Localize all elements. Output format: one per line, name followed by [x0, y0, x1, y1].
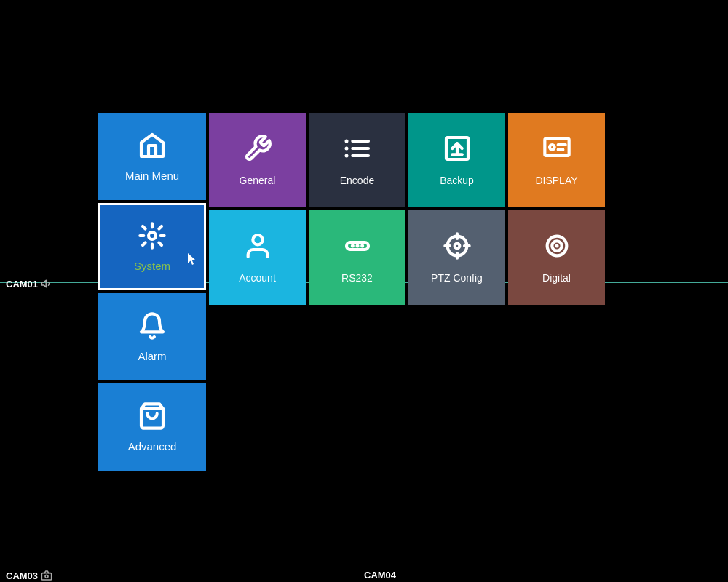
digital-icon [542, 231, 571, 265]
sidebar-item-main-menu[interactable]: Main Menu [98, 113, 206, 200]
grid-item-rs232[interactable]: RS232 [309, 210, 405, 305]
sidebar-item-system[interactable]: System [98, 203, 206, 290]
svg-point-9 [344, 154, 348, 158]
grid-item-backup[interactable]: Backup [408, 113, 505, 207]
grid-panel: General Encode [209, 113, 605, 471]
grid-item-encode-label: Encode [340, 175, 374, 186]
grid-item-digital-label: Digital [542, 272, 571, 284]
sidebar-item-main-menu-label: Main Menu [125, 170, 179, 182]
svg-point-8 [344, 147, 348, 151]
grid-item-account[interactable]: Account [209, 210, 306, 305]
svg-point-21 [360, 244, 364, 248]
grid-item-general[interactable]: General [209, 113, 306, 207]
grid-item-rs232-label: RS232 [341, 272, 373, 284]
wrench-icon [243, 134, 272, 167]
grid-item-ptz-config[interactable]: PTZ Config [408, 210, 505, 305]
cam01-label: CAM01 [6, 278, 52, 290]
camera-icon [41, 570, 52, 581]
svg-rect-0 [41, 573, 51, 580]
grid-item-display[interactable]: DISPLAY [508, 113, 605, 207]
svg-point-17 [253, 235, 262, 244]
cam04-label: CAM04 [364, 570, 396, 581]
grid-item-display-label: DISPLAY [535, 175, 577, 186]
grid-item-general-label: General [240, 175, 276, 186]
svg-point-14 [550, 145, 555, 150]
speaker-icon [41, 278, 52, 290]
sidebar: Main Menu System Alarm [98, 113, 206, 471]
sidebar-item-system-label: System [134, 260, 170, 272]
grid-item-backup-label: Backup [440, 175, 474, 186]
sidebar-item-alarm[interactable]: Alarm [98, 293, 206, 380]
home-icon [138, 131, 167, 164]
menu-overlay: Main Menu System Alarm [98, 113, 605, 471]
upload-icon [443, 134, 472, 167]
list-icon [343, 134, 372, 167]
grid-item-ptz-config-label: PTZ Config [431, 272, 483, 284]
display-icon [542, 134, 571, 167]
svg-point-1 [45, 575, 48, 578]
bag-icon [138, 402, 167, 434]
person-icon [243, 231, 272, 265]
svg-point-19 [350, 244, 354, 248]
rs232-icon [343, 231, 372, 265]
cam03-label: CAM03 [6, 570, 52, 581]
ptz-icon [443, 231, 472, 265]
sidebar-item-advanced[interactable]: Advanced [98, 383, 206, 471]
svg-point-7 [344, 140, 348, 143]
bell-icon [138, 311, 167, 344]
grid-item-encode[interactable]: Encode [309, 113, 405, 207]
svg-point-23 [454, 244, 459, 249]
grid-item-account-label: Account [239, 272, 276, 284]
gear-icon [138, 221, 167, 254]
svg-point-30 [555, 244, 558, 248]
grid-item-digital[interactable]: Digital [508, 210, 605, 305]
svg-point-20 [355, 244, 359, 248]
svg-point-2 [149, 232, 156, 239]
sidebar-item-alarm-label: Alarm [138, 350, 166, 362]
sidebar-item-advanced-label: Advanced [128, 440, 177, 453]
